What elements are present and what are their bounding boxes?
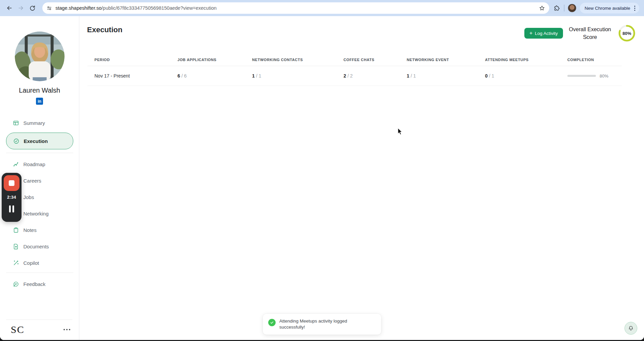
- score-label-line2: Score: [569, 33, 611, 41]
- sidebar-item-label: Execution: [24, 138, 48, 144]
- main-header: Execution + Log Activity Overall Executi…: [79, 16, 644, 43]
- sidebar-item-label: Copilot: [24, 260, 39, 266]
- metric-done: 6: [177, 73, 180, 79]
- browser-profile-avatar[interactable]: [568, 4, 576, 12]
- sidebar-divider: [6, 273, 73, 273]
- overall-score-label: Overall Execution Score: [569, 26, 611, 41]
- execution-target-icon: [13, 138, 19, 144]
- pause-recording-button[interactable]: [8, 204, 15, 214]
- reload-button[interactable]: [28, 4, 36, 12]
- reload-icon: [29, 5, 36, 11]
- url-bar[interactable]: stage.shapeshifter.so/public/67f8c333477…: [42, 2, 549, 14]
- stop-icon: [9, 180, 14, 186]
- feedback-chat-icon: [13, 281, 19, 287]
- sidebar-item-label: Networking: [24, 211, 49, 216]
- metric-done: 0: [485, 73, 488, 79]
- coffee-chats-cell: 2 / 2: [344, 73, 407, 79]
- execution-table: PERIOD JOB APPLICATIONS NETWORKING CONTA…: [87, 58, 622, 86]
- toolbar-divider: [564, 5, 564, 11]
- log-activity-label: Log Activity: [535, 31, 558, 36]
- col-attending-meetups: ATTENDING MEETUPS: [485, 58, 567, 62]
- table-header-row: PERIOD JOB APPLICATIONS NETWORKING CONTA…: [87, 58, 622, 66]
- stop-recording-button[interactable]: [4, 175, 19, 191]
- notes-clipboard-icon: [13, 227, 19, 233]
- metric-total: / 6: [182, 73, 187, 79]
- page-title: Execution: [87, 23, 122, 34]
- back-arrow-icon: [6, 5, 13, 11]
- linkedin-icon[interactable]: in: [36, 98, 43, 105]
- metric-total: / 1: [256, 73, 261, 79]
- main-content: Execution + Log Activity Overall Executi…: [79, 16, 644, 340]
- networking-event-cell: 1 / 1: [407, 73, 485, 79]
- col-completion: COMPLETION: [567, 58, 622, 62]
- browser-menu-icon[interactable]: [634, 5, 636, 11]
- puzzle-icon: [554, 5, 560, 11]
- profile-photo: [15, 32, 65, 81]
- forward-button[interactable]: [17, 4, 25, 12]
- metric-done: 1: [407, 73, 409, 79]
- notifications-button[interactable]: [625, 322, 637, 335]
- header-actions: + Log Activity Overall Execution Score 8…: [524, 23, 637, 43]
- metric-total: / 1: [489, 73, 494, 79]
- completion-percent: 80%: [600, 74, 608, 79]
- profile-photo-art: [15, 32, 65, 81]
- site-settings-icon[interactable]: [46, 5, 52, 11]
- score-ring: 80%: [617, 23, 637, 43]
- screen-recorder-widget: 2:34: [2, 173, 22, 222]
- sidebar-item-summary[interactable]: Summary: [6, 116, 73, 130]
- sidebar-item-label: Documents: [24, 244, 49, 249]
- sidebar-item-execution[interactable]: Execution: [6, 133, 73, 149]
- url-text[interactable]: stage.shapeshifter.so/public/67f8c333477…: [55, 5, 535, 11]
- col-coffee-chats: COFFEE CHATS: [344, 58, 407, 62]
- summary-layout-icon: [13, 120, 19, 126]
- back-button[interactable]: [5, 4, 13, 12]
- browser-window: stage.shapeshifter.so/public/67f8c333477…: [0, 0, 644, 340]
- sidebar-item-notes[interactable]: Notes: [6, 223, 73, 237]
- networking-contacts-cell: 1 / 1: [252, 73, 344, 79]
- sidebar-item-documents[interactable]: Documents: [6, 240, 73, 253]
- roadmap-route-icon: [13, 161, 19, 167]
- completion-cell: 80%: [567, 74, 622, 79]
- more-options-icon[interactable]: [62, 328, 72, 332]
- bell-icon: [628, 325, 634, 331]
- url-domain: stage.shapeshifter.so: [55, 5, 102, 11]
- col-period: PERIOD: [94, 58, 177, 62]
- recording-timer: 2:34: [7, 195, 16, 200]
- sidebar-item-label: Jobs: [24, 194, 34, 200]
- job-applications-cell: 6 / 6: [177, 73, 252, 79]
- sidebar-footer: SC: [6, 320, 72, 337]
- profile-name: Lauren Walsh: [19, 87, 60, 94]
- plus-icon: +: [529, 31, 532, 36]
- sidebar-item-label: Summary: [24, 120, 45, 126]
- success-check-icon: [268, 319, 276, 326]
- bookmark-star-icon[interactable]: [539, 5, 545, 11]
- sidebar-item-label: Notes: [24, 227, 37, 233]
- extensions-button[interactable]: [553, 4, 561, 12]
- sidebar-item-label: Roadmap: [24, 161, 45, 167]
- sidebar-item-label: Careers: [24, 178, 41, 184]
- sidebar-divider: [6, 153, 73, 153]
- metric-done: 2: [344, 73, 346, 79]
- metric-total: / 2: [348, 73, 353, 79]
- sidebar-item-label: Feedback: [24, 281, 46, 287]
- toast-notification: Attending Meetups activity logged succes…: [263, 314, 381, 335]
- copilot-wand-icon: [13, 260, 19, 266]
- completion-bar: [567, 75, 596, 77]
- sidebar-item-feedback[interactable]: Feedback: [6, 277, 73, 291]
- mouse-cursor: [398, 128, 403, 137]
- sidebar-item-copilot[interactable]: Copilot: [6, 256, 73, 270]
- table-row[interactable]: Nov 17 - Present 6 / 6 1 / 1 2 / 2 1 / 1…: [87, 66, 622, 86]
- app-body: Lauren Walsh in Summary Execution: [0, 16, 644, 340]
- url-path: /public/67f8c333477505698150aede?view=ex…: [102, 5, 216, 11]
- toast-message: Attending Meetups activity logged succes…: [279, 318, 367, 330]
- forward-arrow-icon: [17, 5, 24, 11]
- app-logo: SC: [11, 325, 25, 335]
- metric-total: / 1: [411, 73, 416, 79]
- score-label-line1: Overall Execution: [569, 26, 611, 33]
- documents-file-icon: [13, 243, 19, 250]
- sidebar-item-roadmap[interactable]: Roadmap: [6, 157, 73, 171]
- score-value: 80%: [617, 23, 637, 43]
- log-activity-button[interactable]: + Log Activity: [524, 28, 563, 39]
- attending-meetups-cell: 0 / 1: [485, 73, 567, 79]
- chrome-update-pill[interactable]: New Chrome available: [580, 3, 639, 13]
